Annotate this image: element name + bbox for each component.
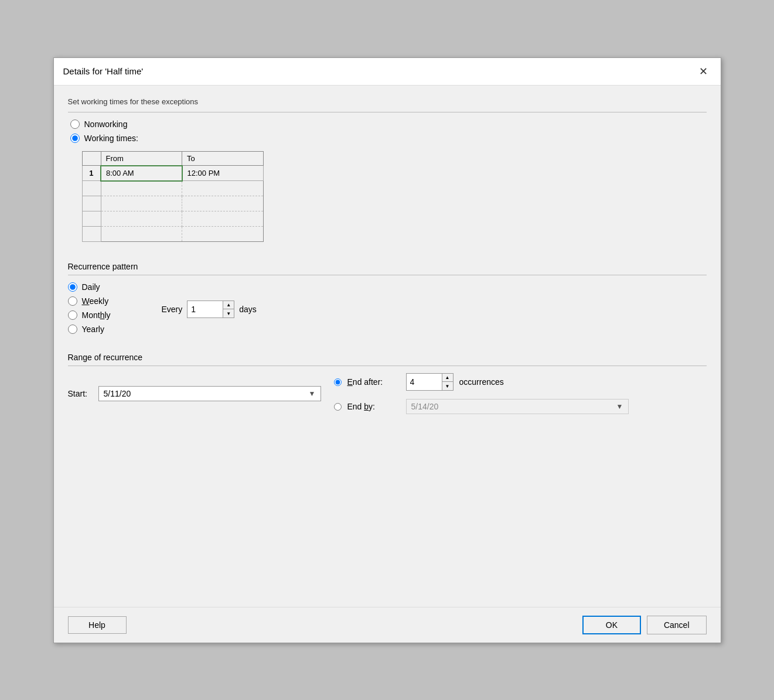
end-by-radio[interactable]: [334, 403, 342, 411]
working-times-row: Working times:: [70, 134, 707, 143]
recurrence-detail: Every ▲ ▼ days: [162, 285, 257, 334]
end-by-dropdown[interactable]: 5/14/20 ▼: [406, 399, 629, 414]
times-row-num: [82, 227, 101, 242]
times-row-num: [82, 196, 101, 211]
dialog-footer: Help OK Cancel: [54, 607, 721, 643]
recurrence-header: Recurrence pattern: [68, 262, 707, 271]
times-row-from[interactable]: [101, 227, 182, 242]
monthly-row: Monthly: [68, 310, 150, 320]
every-label: Every: [162, 305, 183, 314]
occurrences-label: occurrences: [459, 377, 504, 387]
every-input[interactable]: [187, 303, 223, 316]
start-dropdown[interactable]: 5/11/20 ▼: [98, 386, 321, 401]
daily-row: Daily: [68, 282, 150, 292]
times-table-header: From To: [82, 151, 263, 166]
recurrence-body: Daily Weekly Monthly Yearly: [68, 282, 707, 334]
ok-button[interactable]: OK: [582, 616, 641, 634]
dialog-body: Set working times for these exceptions N…: [54, 86, 721, 607]
times-row-num: 1: [82, 166, 101, 181]
end-by-dropdown-arrow: ▼: [616, 402, 623, 411]
working-times-section: Set working times for these exceptions N…: [68, 97, 707, 248]
end-after-radio[interactable]: [334, 378, 342, 386]
times-row-to[interactable]: [182, 181, 264, 196]
working-radio-group: Nonworking Working times:: [70, 119, 707, 143]
working-times-radio[interactable]: [70, 134, 80, 143]
title-bar: Details for 'Half time' ✕: [54, 58, 721, 86]
dialog-title: Details for 'Half time': [63, 66, 144, 76]
yearly-row: Yearly: [68, 325, 150, 334]
col-num-header: [82, 151, 101, 166]
col-to-header: To: [182, 151, 264, 166]
times-table-row: [82, 181, 263, 196]
times-row-from[interactable]: [101, 196, 182, 211]
times-table-container: From To 18:00 AM12:00 PM: [82, 151, 707, 243]
every-increment-btn[interactable]: ▲: [223, 301, 234, 309]
end-by-label: End by:: [347, 402, 400, 411]
times-table-body: 18:00 AM12:00 PM: [82, 166, 263, 242]
nonworking-row: Nonworking: [70, 119, 707, 129]
end-after-spinner: ▲ ▼: [406, 373, 454, 391]
end-by-value: 5/14/20: [411, 402, 439, 411]
times-table-row: [82, 196, 263, 211]
working-times-label: Working times:: [84, 134, 138, 143]
every-decrement-btn[interactable]: ▼: [223, 309, 234, 317]
weekly-row: Weekly: [68, 296, 150, 306]
dialog-container: Details for 'Half time' ✕ Set working ti…: [53, 57, 721, 643]
weekly-label: Weekly: [82, 296, 109, 306]
times-row-num: [82, 211, 101, 227]
times-table-row: [82, 227, 263, 242]
every-spinner-buttons: ▲ ▼: [223, 301, 234, 317]
end-options: End after: ▲ ▼ occurrences End by:: [334, 373, 629, 414]
start-value: 5/11/20: [104, 389, 131, 398]
times-row-to[interactable]: [182, 211, 264, 227]
times-row-to[interactable]: [182, 227, 264, 242]
yearly-radio[interactable]: [68, 325, 77, 334]
divider-range: [68, 366, 707, 366]
end-by-row: End by: 5/14/20 ▼: [334, 399, 629, 414]
end-after-decrement-btn[interactable]: ▼: [442, 382, 453, 390]
end-after-label: End after:: [347, 377, 400, 387]
end-after-spinner-buttons: ▲ ▼: [442, 374, 453, 390]
section-label-working: Set working times for these exceptions: [68, 97, 707, 106]
range-body: Start: 5/11/20 ▼ End after: ▲ ▼: [68, 373, 707, 414]
times-row-num: [82, 181, 101, 196]
recurrence-options: Daily Weekly Monthly Yearly: [68, 282, 150, 334]
footer-right: OK Cancel: [582, 616, 707, 634]
close-button[interactable]: ✕: [695, 64, 711, 79]
every-spinner: ▲ ▼: [187, 301, 234, 318]
divider-recurrence: [68, 275, 707, 275]
times-table-row: 18:00 AM12:00 PM: [82, 166, 263, 181]
footer-left: Help: [68, 616, 127, 634]
range-header: Range of recurrence: [68, 353, 707, 362]
help-button[interactable]: Help: [68, 616, 127, 634]
times-table-row: [82, 211, 263, 227]
times-row-from[interactable]: [101, 181, 182, 196]
nonworking-radio[interactable]: [70, 119, 80, 129]
times-row-to[interactable]: [182, 196, 264, 211]
times-table: From To 18:00 AM12:00 PM: [82, 151, 264, 243]
times-row-from[interactable]: 8:00 AM: [101, 166, 182, 181]
times-row-to[interactable]: 12:00 PM: [182, 166, 264, 181]
range-section: Range of recurrence Start: 5/11/20 ▼ End…: [68, 353, 707, 414]
times-row-from[interactable]: [101, 211, 182, 227]
cancel-button[interactable]: Cancel: [647, 616, 707, 634]
recurrence-section: Recurrence pattern Daily Weekly Monthly: [68, 262, 707, 334]
col-from-header: From: [101, 151, 182, 166]
start-label: Start:: [68, 389, 91, 398]
weekly-radio[interactable]: [68, 296, 77, 306]
daily-label: Daily: [82, 282, 100, 292]
monthly-radio[interactable]: [68, 310, 77, 320]
end-after-input[interactable]: [407, 375, 442, 388]
yearly-label: Yearly: [82, 325, 104, 334]
days-label: days: [239, 305, 257, 314]
end-after-row: End after: ▲ ▼ occurrences: [334, 373, 629, 391]
monthly-label: Monthly: [82, 310, 111, 320]
nonworking-label: Nonworking: [84, 119, 128, 129]
daily-radio[interactable]: [68, 282, 77, 292]
start-dropdown-arrow: ▼: [309, 390, 316, 398]
end-after-increment-btn[interactable]: ▲: [442, 374, 453, 382]
divider-working: [68, 112, 707, 112]
